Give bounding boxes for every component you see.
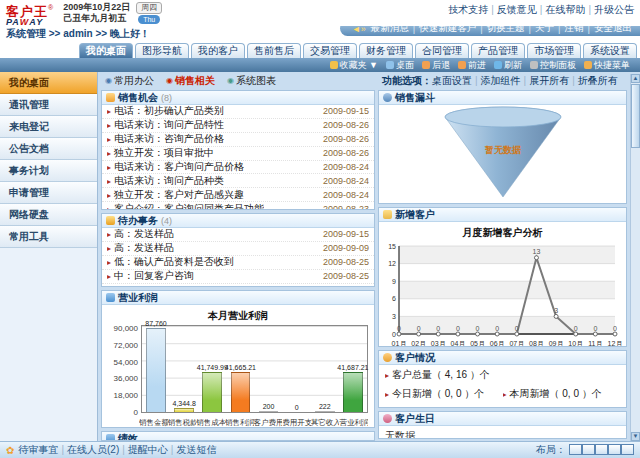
view-tab-系统图表[interactable]: ◉系统图表 bbox=[227, 74, 276, 88]
list-item-date: 2009-08-23 bbox=[323, 204, 369, 210]
toolbar-label: 快捷菜单 bbox=[594, 59, 630, 72]
option-折叠所有[interactable]: 折叠所有 bbox=[578, 74, 618, 88]
option-添加组件[interactable]: 添加组件 bbox=[481, 74, 521, 88]
stat-item: ▸客户总量（ 4, 16 ）个 bbox=[385, 368, 620, 382]
more-link[interactable]: 更多 bbox=[348, 286, 368, 287]
weekday-cn-badge: 周四 bbox=[136, 2, 162, 14]
toolbar-desktop[interactable]: 桌面 bbox=[386, 59, 414, 72]
layout-option-icon[interactable] bbox=[595, 444, 608, 455]
breadcrumb: 系统管理 >> admin >> 晚上好！ bbox=[6, 27, 150, 41]
bullet-icon: ▸ bbox=[385, 371, 389, 380]
tab-图形导航[interactable]: 图形导航 bbox=[135, 43, 189, 58]
toolbar-back[interactable]: 后退 bbox=[422, 59, 450, 72]
list-item-text[interactable]: 电话来访：询问产品特性 bbox=[114, 119, 224, 130]
top-link[interactable]: 在线帮助 bbox=[545, 4, 585, 15]
status-link-待审事宜[interactable]: 待审事宜 bbox=[18, 444, 58, 455]
status-flower-icon: ✿ bbox=[6, 445, 14, 456]
separator: | bbox=[540, 4, 543, 15]
list-item-text[interactable]: 独立开发：客户对产品感兴趣 bbox=[114, 189, 244, 200]
bar-group: 41,665.21 bbox=[226, 364, 254, 412]
bar[interactable] bbox=[174, 408, 194, 412]
toolbar-forward[interactable]: 前进 bbox=[458, 59, 486, 72]
scrollbar-thumb[interactable] bbox=[631, 84, 640, 148]
layout-option-icon[interactable] bbox=[621, 444, 634, 455]
radio-selected-icon: ◉ bbox=[166, 77, 173, 85]
toolbar-quick-menu[interactable]: 快捷菜单 bbox=[584, 59, 630, 72]
list-item-text[interactable]: 高：发送样品 bbox=[114, 228, 174, 239]
list-item-text[interactable]: 电话来访：咨询产品价格 bbox=[114, 133, 224, 144]
scrollbar-track[interactable] bbox=[631, 149, 640, 432]
top-link[interactable]: 反馈意见 bbox=[497, 4, 537, 15]
weekday-en-badge: Thu bbox=[138, 15, 160, 24]
list-item-text[interactable]: 电话：初步确认产品类别 bbox=[114, 105, 224, 116]
operating-profit-icon bbox=[106, 293, 115, 302]
layout-option-icon[interactable] bbox=[608, 444, 621, 455]
status-link-发送短信[interactable]: 发送短信 bbox=[176, 444, 216, 455]
stat-text: 本年新增（ 4, 16 ）个 bbox=[510, 407, 608, 408]
sidebar-item-申请管理[interactable]: 申请管理 bbox=[0, 182, 97, 204]
toolbar-favorites[interactable]: 收藏夹 ▼ bbox=[330, 59, 378, 72]
y-tick: 54,000 bbox=[106, 359, 138, 367]
list-item-text[interactable]: 低：确认产品资料是否收到 bbox=[114, 256, 234, 267]
todos-list: ▸高：发送样品2009-09-15▸高：发送样品2009-09-09▸低：确认产… bbox=[102, 228, 374, 287]
panel-title: 新增客户 bbox=[395, 208, 435, 222]
list-item-text[interactable]: 电话来访：询问产品种类 bbox=[114, 175, 224, 186]
tab-售前售后[interactable]: 售前售后 bbox=[247, 43, 301, 58]
tab-财务管理[interactable]: 财务管理 bbox=[359, 43, 413, 58]
view-tab-常用办公[interactable]: ◉常用办公 bbox=[105, 74, 154, 88]
list-item-text[interactable]: 中：回复客户咨询 bbox=[114, 270, 194, 281]
scroll-down-icon[interactable]: ▼ bbox=[631, 432, 640, 441]
sidebar-item-公告文档[interactable]: 公告文档 bbox=[0, 138, 97, 160]
layout-option-icon[interactable] bbox=[582, 444, 595, 455]
bar[interactable] bbox=[343, 372, 363, 412]
toolbar-refresh[interactable]: 刷新 bbox=[494, 59, 522, 72]
svg-text:0: 0 bbox=[397, 325, 401, 332]
list-item-text[interactable]: 电话来访：客户询问产品价格 bbox=[114, 161, 244, 172]
stat-text: 客户总量（ 4, 16 ）个 bbox=[392, 369, 490, 380]
bar-category-label: 客户费用 bbox=[254, 418, 283, 428]
sales-opportunities-icon bbox=[106, 93, 115, 102]
option-桌面设置[interactable]: 桌面设置 bbox=[432, 74, 472, 88]
view-tab-label: 常用办公 bbox=[114, 74, 154, 88]
bar[interactable] bbox=[231, 372, 251, 412]
sidebar: 我的桌面通讯管理来电登记公告文档事务计划申请管理网络硬盘常用工具 bbox=[0, 72, 98, 441]
stat-item: ▸本月新增（ 0, 0 ）个 bbox=[385, 406, 503, 408]
sidebar-item-来电登记[interactable]: 来电登记 bbox=[0, 116, 97, 138]
y-tick: 36,000 bbox=[106, 375, 138, 383]
todos-panel: 待办事务 (4) ▸高：发送样品2009-09-15▸高：发送样品2009-09… bbox=[101, 213, 375, 287]
sidebar-item-通讯管理[interactable]: 通讯管理 bbox=[0, 94, 97, 116]
operating-profit-panel: 营业利润 本月营业利润 90,00072,00054,00036,00018,0… bbox=[101, 290, 375, 428]
option-展开所有[interactable]: 展开所有 bbox=[529, 74, 569, 88]
layout-option-icon[interactable] bbox=[569, 444, 582, 455]
top-link[interactable]: 技术支持 bbox=[448, 4, 488, 15]
tab-产品管理[interactable]: 产品管理 bbox=[471, 43, 525, 58]
list-item-text[interactable]: 客户介绍：客户询问同类产品功能 bbox=[114, 203, 264, 210]
tab-合同管理[interactable]: 合同管理 bbox=[415, 43, 469, 58]
tab-市场管理[interactable]: 市场管理 bbox=[527, 43, 581, 58]
sidebar-item-我的桌面[interactable]: 我的桌面 bbox=[0, 72, 97, 94]
customer-stats-header: 客户情况 bbox=[379, 351, 626, 365]
list-item-text[interactable]: 高：发送样品 bbox=[114, 242, 174, 253]
scroll-up-icon[interactable]: ▲ bbox=[631, 74, 640, 83]
vertical-scrollbar[interactable]: ▲ ▼ bbox=[630, 74, 640, 441]
sidebar-item-常用工具[interactable]: 常用工具 bbox=[0, 226, 97, 248]
bar[interactable] bbox=[146, 328, 166, 412]
tab-交易管理[interactable]: 交易管理 bbox=[303, 43, 357, 58]
tab-我的桌面[interactable]: 我的桌面 bbox=[79, 43, 133, 58]
bar[interactable] bbox=[202, 372, 222, 412]
list-item-text[interactable]: 独立开发：项目审批中 bbox=[114, 147, 214, 158]
toolbar-control-panel[interactable]: 控制面板 bbox=[530, 59, 576, 72]
sidebar-item-事务计划[interactable]: 事务计划 bbox=[0, 160, 97, 182]
sidebar-item-网络硬盘[interactable]: 网络硬盘 bbox=[0, 204, 97, 226]
svg-text:01月: 01月 bbox=[391, 340, 406, 347]
svg-text:06月: 06月 bbox=[489, 340, 504, 347]
bar[interactable] bbox=[259, 411, 279, 412]
status-link-提醒中心[interactable]: 提醒中心 bbox=[128, 444, 168, 455]
layout-label: 布局： bbox=[536, 443, 566, 457]
status-link-在线人员(2)[interactable]: 在线人员(2) bbox=[67, 444, 119, 455]
tab-我的客户[interactable]: 我的客户 bbox=[191, 43, 245, 58]
tab-系统设置[interactable]: 系统设置 bbox=[583, 43, 637, 58]
view-tab-销售相关[interactable]: ◉销售相关 bbox=[166, 74, 215, 88]
top-link[interactable]: 升级公告 bbox=[594, 4, 634, 15]
bar[interactable] bbox=[315, 411, 335, 412]
